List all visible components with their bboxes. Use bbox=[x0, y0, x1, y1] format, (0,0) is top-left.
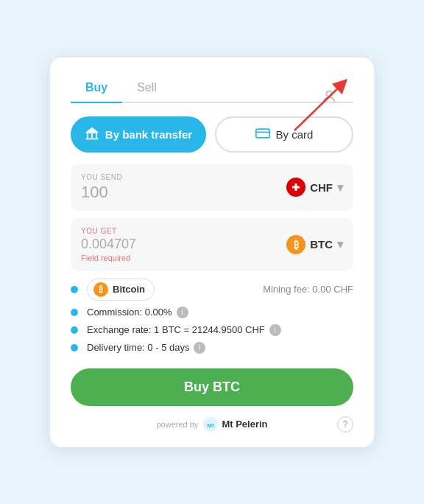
timeline-row-commission: Commission: 0.00% i bbox=[71, 307, 353, 318]
payment-methods: By bank transfer By card bbox=[71, 116, 353, 153]
svg-rect-4 bbox=[87, 133, 88, 139]
chf-selector[interactable]: CHF ▾ bbox=[286, 178, 343, 197]
chf-icon bbox=[286, 178, 305, 197]
footer: powered by Mt Mt Pelerin ? bbox=[71, 416, 353, 433]
exchange-rate-text: Exchange rate: 1 BTC = 21244.9500 CHF bbox=[87, 324, 265, 335]
svg-rect-9 bbox=[255, 129, 269, 138]
field-required-text: Field required bbox=[81, 253, 136, 262]
btc-label: BTC bbox=[310, 238, 333, 251]
svg-rect-6 bbox=[96, 133, 97, 139]
timeline-row-rate: Exchange rate: 1 BTC = 21244.9500 CHF i bbox=[71, 324, 353, 336]
mining-fee-text: Mining fee: 0.00 CHF bbox=[263, 284, 353, 295]
by-card-button[interactable]: By card bbox=[215, 116, 353, 153]
delivery-info-icon[interactable]: i bbox=[194, 342, 205, 354]
help-icon[interactable]: ? bbox=[337, 416, 353, 433]
timeline-dot-1 bbox=[71, 286, 78, 293]
timeline-dot-3 bbox=[71, 326, 78, 334]
bank-icon bbox=[85, 126, 99, 143]
profile-icon[interactable] bbox=[321, 88, 337, 109]
svg-rect-3 bbox=[85, 132, 98, 133]
get-label: YOU GET bbox=[81, 227, 136, 235]
svg-rect-13 bbox=[292, 186, 300, 189]
bank-transfer-label: By bank transfer bbox=[105, 128, 192, 141]
powered-by-text: powered by bbox=[157, 420, 199, 429]
svg-text:Mt: Mt bbox=[208, 421, 215, 428]
delivery-text: Delivery time: 0 - 5 days bbox=[87, 342, 189, 353]
send-input[interactable] bbox=[81, 183, 184, 202]
btc-icon: ₿ bbox=[286, 235, 305, 254]
buy-btc-button[interactable]: Buy BTC bbox=[71, 368, 353, 406]
timeline-dot-2 bbox=[71, 309, 78, 316]
coin-name: Bitcoin bbox=[113, 284, 145, 295]
commission-text: Commission: 0.00% bbox=[87, 307, 172, 318]
tab-sell[interactable]: Sell bbox=[122, 75, 172, 102]
timeline-row-delivery: Delivery time: 0 - 5 days i bbox=[71, 342, 353, 354]
timeline-dot-4 bbox=[71, 344, 78, 351]
timeline-row-coin: ₿ Bitcoin Mining fee: 0.00 CHF bbox=[71, 279, 353, 301]
mt-pelerin-logo: Mt Mt Pelerin bbox=[202, 416, 267, 433]
send-row: YOU SEND CHF ▾ bbox=[71, 164, 353, 211]
chf-label: CHF bbox=[310, 181, 333, 194]
coin-tag[interactable]: ₿ Bitcoin bbox=[87, 279, 155, 301]
svg-rect-5 bbox=[91, 133, 93, 139]
svg-rect-7 bbox=[85, 138, 98, 139]
mt-pelerin-logo-icon: Mt bbox=[202, 416, 219, 433]
send-label: YOU SEND bbox=[81, 173, 184, 181]
card-icon bbox=[255, 127, 270, 141]
chf-chevron-icon: ▾ bbox=[337, 181, 343, 195]
svg-marker-8 bbox=[85, 127, 98, 132]
timeline-section: ₿ Bitcoin Mining fee: 0.00 CHF Commissio… bbox=[71, 279, 353, 354]
tab-buy[interactable]: Buy bbox=[71, 75, 122, 103]
brand-name: Mt Pelerin bbox=[222, 419, 267, 430]
coin-tag-btc-icon: ₿ bbox=[93, 282, 108, 297]
get-row: YOU GET 0.004707 Field required ₿ BTC ▾ bbox=[71, 218, 353, 271]
exchange-rate-info-icon[interactable]: i bbox=[269, 324, 281, 336]
btc-chevron-icon: ▾ bbox=[337, 237, 343, 251]
get-value: 0.004707 bbox=[81, 237, 136, 252]
bank-transfer-button[interactable]: By bank transfer bbox=[71, 116, 206, 153]
by-card-label: By card bbox=[276, 128, 314, 141]
svg-point-0 bbox=[326, 91, 331, 96]
btc-selector[interactable]: ₿ BTC ▾ bbox=[286, 235, 343, 254]
commission-info-icon[interactable]: i bbox=[177, 307, 188, 318]
